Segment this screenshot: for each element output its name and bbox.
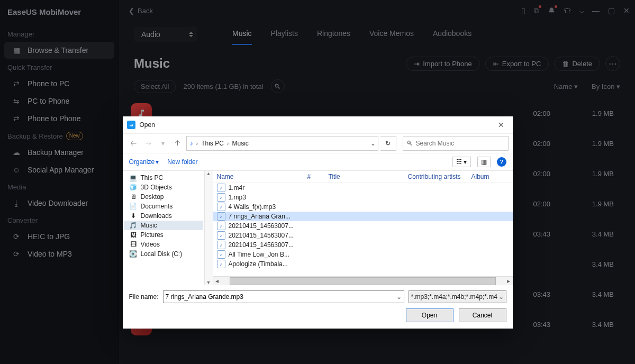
filetype-combo[interactable]: *.mp3;*.m4a;*.m4b;*.m4p;*.m4 ⌄ [409, 290, 506, 303]
search-button[interactable]: 🔍︎ [271, 79, 285, 93]
dialog-close-button[interactable]: ✕ [494, 119, 509, 131]
import-button[interactable]: ⇥ Import to Phone [406, 57, 480, 71]
file-item[interactable]: 7 rings_Ariana Gran... [213, 212, 513, 221]
gift-icon[interactable]: ⧉ [534, 6, 539, 15]
sidebar-item[interactable]: ⇆PC to Phone [4, 93, 114, 110]
cancel-button[interactable]: Cancel [459, 308, 506, 322]
file-hscroll[interactable]: ◂ ▸ [213, 276, 513, 285]
new-folder-button[interactable]: New folder [167, 158, 197, 166]
tab-music[interactable]: Music [232, 24, 252, 45]
col-artists[interactable]: Contributing artists [408, 173, 471, 180]
refresh-button[interactable]: ↻ [380, 136, 396, 151]
tree-node[interactable]: 🎞Videos [124, 240, 203, 249]
tree-scrollbar[interactable]: ▲▼ [204, 171, 213, 285]
tree-node[interactable]: 🎵Music [124, 221, 203, 230]
open-button[interactable]: Open [406, 308, 453, 322]
scroll-left-icon[interactable]: ◂ [213, 277, 221, 285]
breadcrumb-thispc[interactable]: This PC [201, 140, 224, 147]
mp3-icon: ⟳ [12, 250, 21, 258]
folder-tree: 💻This PC🧊3D Objects🖥Desktop📄Documents⬇Do… [123, 171, 204, 285]
filename-input[interactable] [166, 293, 402, 301]
filetype-dropdown[interactable]: ⌄ [498, 293, 504, 301]
sidebar-item[interactable]: ⭳Video Downloader [4, 195, 114, 212]
col-title[interactable]: Title [329, 173, 408, 180]
filename-dropdown[interactable]: ⌄ [396, 293, 402, 301]
shirt-icon[interactable]: 👕︎ [564, 6, 571, 15]
preview-pane-button[interactable]: ▥ [477, 157, 491, 167]
address-dropdown[interactable]: ⌄ [370, 140, 376, 147]
scroll-thumb[interactable] [230, 277, 496, 285]
address-bar[interactable]: ♪ › This PC › Music ⌄ [186, 136, 378, 151]
nav-forward-button[interactable]: 🡢 [142, 137, 155, 150]
file-item[interactable]: 1.m4r [213, 183, 513, 193]
heic-icon: ⟳ [12, 232, 21, 241]
sidebar-item[interactable]: ⇄Phone to Phone [4, 110, 114, 127]
dialog-app-icon: ➜ [127, 121, 135, 129]
maximize-button[interactable]: ▢ [608, 6, 615, 15]
sidebar-item[interactable]: ☁︎Backup Manager [4, 144, 114, 161]
tree-node[interactable]: ⬇Downloads [124, 211, 203, 221]
delete-label: Delete [572, 60, 592, 68]
more-button[interactable]: ⋯ [605, 56, 620, 71]
col-album[interactable]: Album [471, 173, 509, 180]
minimize-button[interactable]: — [592, 6, 600, 15]
tree-node[interactable]: 💻This PC [124, 173, 203, 183]
dialog-search-input[interactable] [416, 140, 505, 147]
bell-icon[interactable]: 🔔︎ [548, 6, 555, 15]
dialog-search[interactable]: 🔍︎ [403, 136, 509, 151]
nav-recent-button[interactable]: ▾ [157, 137, 169, 150]
tab-audiobooks[interactable]: Audiobooks [433, 24, 471, 45]
sidebar-item[interactable]: ⟳Video to MP3 [4, 245, 114, 262]
tab-voice-memos[interactable]: Voice Memos [369, 24, 414, 45]
phone-icon[interactable]: ▯ [521, 6, 525, 15]
file-item[interactable]: 20210415_14563007... [213, 240, 513, 250]
tree-node[interactable]: 🧊3D Objects [124, 183, 203, 192]
export-icon: ⇤ [493, 60, 499, 68]
file-item[interactable]: 20210415_14563007... [213, 221, 513, 231]
delete-button[interactable]: 🗑︎ Delete [554, 57, 600, 71]
sidebar-item[interactable]: ☺Social App Manager [4, 161, 114, 178]
category-select[interactable]: Audio [134, 27, 197, 42]
phone-phone-icon: ⇄ [12, 114, 21, 123]
tree-node[interactable]: 💽Local Disk (C:) [124, 249, 203, 259]
file-item[interactable]: Apologize (Timbala... [213, 259, 513, 269]
sidebar-item[interactable]: ▦Browse & Transfer [4, 42, 114, 59]
import-label: Import to Phone [423, 60, 472, 68]
export-button[interactable]: ⇤ Export to PC [485, 57, 549, 71]
tab-ringtones[interactable]: Ringtones [317, 24, 350, 45]
help-button[interactable]: ? [497, 157, 506, 167]
view-menu[interactable]: ☷ ▾ [452, 157, 470, 167]
file-item[interactable]: 1.mp3 [213, 193, 513, 202]
sort-view-label: By Icon [592, 83, 614, 90]
window-controls: ▯ ⧉ 🔔︎ 👕︎ ⌵ — ▢ ✕ [521, 6, 630, 15]
sort-name[interactable]: Name ▾ [554, 83, 578, 90]
tree-node[interactable]: 🖥Desktop [124, 192, 203, 202]
close-button[interactable]: ✕ [623, 6, 630, 15]
back-button[interactable]: ❮ Back [124, 5, 157, 17]
list-controls: Select All 290 items (1.1 GB) in total 🔍… [119, 74, 635, 98]
chevron-right-icon: › [227, 140, 229, 147]
nav-back-button[interactable]: 🡠 [127, 137, 140, 150]
category-bar: Audio MusicPlaylistsRingtonesVoice Memos… [119, 21, 635, 46]
filename-combo[interactable]: ⌄ [163, 290, 404, 303]
nav-up-button[interactable]: 🡡 [171, 137, 184, 150]
feedback-icon[interactable]: ⌵ [579, 6, 584, 15]
col-track[interactable]: # [307, 173, 329, 180]
tree-node[interactable]: 📄Documents [124, 202, 203, 211]
file-name: 4 Walls_f(x).mp3 [229, 203, 276, 211]
dialog-title: Open [140, 121, 155, 129]
file-item[interactable]: 20210415_14563007... [213, 231, 513, 240]
sidebar-item[interactable]: ⇄Phone to PC [4, 75, 114, 92]
col-name[interactable]: Name [217, 173, 307, 180]
file-item[interactable]: All Time Low_Jon B... [213, 250, 513, 259]
tab-playlists[interactable]: Playlists [271, 24, 298, 45]
sort-view[interactable]: By Icon ▾ [592, 83, 620, 90]
breadcrumb-music[interactable]: Music [232, 140, 249, 147]
scroll-right-icon[interactable]: ▸ [504, 277, 513, 285]
file-item[interactable]: 4 Walls_f(x).mp3 [213, 202, 513, 212]
sidebar-item[interactable]: ⟳HEIC to JPG [4, 228, 114, 245]
select-all-button[interactable]: Select All [134, 80, 176, 93]
tree-node[interactable]: 🖼Pictures [124, 230, 203, 240]
sidebar-item-label: Video Downloader [28, 199, 88, 207]
organize-menu[interactable]: Organize ▾ [129, 158, 159, 166]
